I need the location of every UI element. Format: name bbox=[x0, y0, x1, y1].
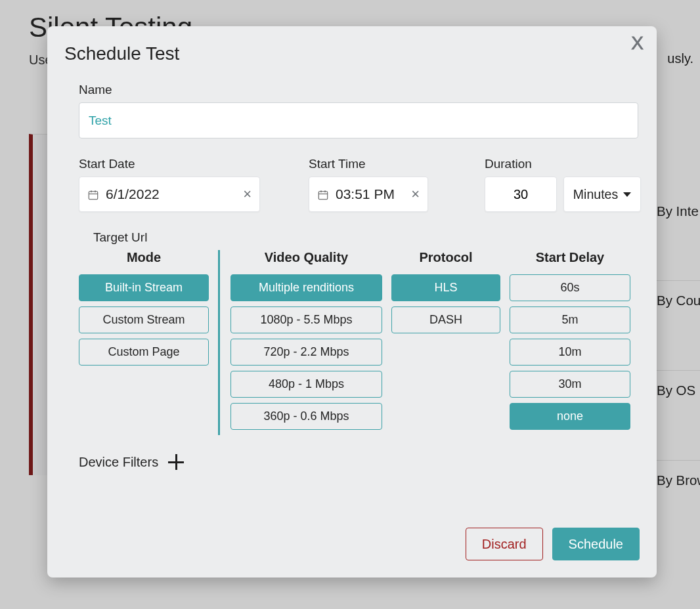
protocol-option-hls[interactable]: HLS bbox=[391, 274, 500, 301]
start-time-value: 03:51 PM bbox=[336, 186, 401, 202]
delay-option-none[interactable]: none bbox=[510, 403, 630, 430]
delay-option-60s[interactable]: 60s bbox=[510, 274, 630, 301]
close-button[interactable]: X bbox=[631, 33, 644, 54]
start-delay-column: Start Delay 60s 5m 10m 30m none bbox=[510, 250, 630, 435]
vq-option-480p[interactable]: 480p - 1 Mbps bbox=[230, 371, 382, 398]
protocol-option-dash[interactable]: DASH bbox=[391, 306, 500, 333]
modal-title: Schedule Test bbox=[64, 43, 640, 64]
target-url-label: Target Url bbox=[79, 230, 638, 245]
name-input[interactable] bbox=[79, 102, 638, 138]
mode-heading: Mode bbox=[79, 250, 209, 265]
delay-option-10m[interactable]: 10m bbox=[510, 339, 630, 366]
duration-unit-select[interactable]: Minutes bbox=[563, 177, 641, 212]
protocol-heading: Protocol bbox=[391, 250, 500, 265]
schedule-test-modal: X Schedule Test Name Start Date 6/1/2022… bbox=[47, 26, 657, 578]
start-delay-heading: Start Delay bbox=[510, 250, 630, 265]
duration-input[interactable] bbox=[485, 177, 557, 212]
start-time-label: Start Time bbox=[309, 157, 485, 171]
device-filters-label: Device Filters bbox=[79, 455, 158, 470]
add-filter-button[interactable] bbox=[167, 453, 185, 471]
calendar-icon bbox=[317, 188, 329, 200]
vq-option-multiple[interactable]: Multiple renditions bbox=[230, 274, 382, 301]
duration-unit-value: Minutes bbox=[573, 187, 618, 202]
protocol-column: Protocol HLS DASH bbox=[391, 250, 500, 435]
chevron-down-icon bbox=[623, 192, 631, 197]
video-quality-column: Video Quality Multiple renditions 1080p … bbox=[218, 250, 382, 435]
vq-option-1080p[interactable]: 1080p - 5.5 Mbps bbox=[230, 306, 382, 333]
start-date-value: 6/1/2022 bbox=[106, 186, 232, 202]
mode-option-builtin[interactable]: Built-in Stream bbox=[79, 274, 209, 301]
vq-option-360p[interactable]: 360p - 0.6 Mbps bbox=[230, 403, 382, 430]
video-quality-heading: Video Quality bbox=[230, 250, 382, 265]
mode-column: Mode Built-in Stream Custom Stream Custo… bbox=[79, 250, 209, 435]
start-date-label: Start Date bbox=[79, 157, 309, 171]
delay-option-5m[interactable]: 5m bbox=[510, 306, 630, 333]
start-time-picker[interactable]: 03:51 PM × bbox=[309, 177, 428, 212]
discard-button[interactable]: Discard bbox=[466, 528, 543, 560]
clear-date-icon[interactable]: × bbox=[243, 186, 252, 203]
svg-rect-0 bbox=[89, 192, 98, 200]
name-label: Name bbox=[79, 83, 638, 97]
svg-rect-4 bbox=[318, 192, 328, 200]
clear-time-icon[interactable]: × bbox=[411, 186, 420, 203]
start-date-picker[interactable]: 6/1/2022 × bbox=[79, 177, 260, 212]
duration-label: Duration bbox=[485, 157, 655, 171]
delay-option-30m[interactable]: 30m bbox=[510, 371, 630, 398]
calendar-icon bbox=[87, 188, 99, 200]
mode-option-custompage[interactable]: Custom Page bbox=[79, 339, 209, 366]
mode-option-customstream[interactable]: Custom Stream bbox=[79, 306, 209, 333]
schedule-button[interactable]: Schedule bbox=[552, 528, 640, 560]
vq-option-720p[interactable]: 720p - 2.2 Mbps bbox=[230, 339, 382, 366]
